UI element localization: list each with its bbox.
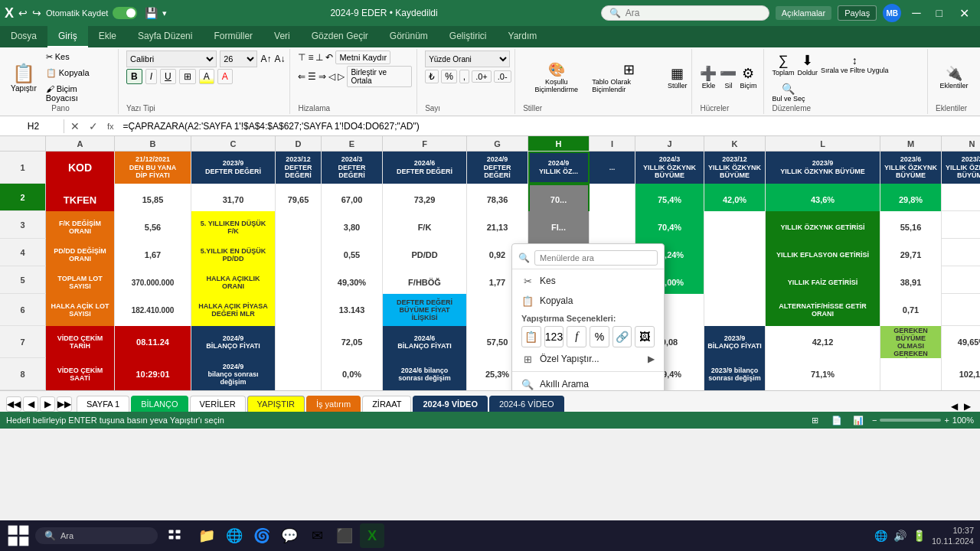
cell-k6[interactable] xyxy=(704,294,766,326)
user-avatar[interactable]: MB xyxy=(883,4,901,22)
align-right-btn[interactable]: ⇒ xyxy=(318,71,326,82)
col-header-b[interactable]: B xyxy=(115,136,191,151)
text-wrap-btn[interactable]: Metni Kaydır xyxy=(335,51,390,64)
format-painter-btn[interactable]: 🖌 Biçim Boyacısı xyxy=(43,83,113,104)
maximize-btn[interactable]: □ xyxy=(932,7,947,19)
cell-styles-btn[interactable]: ▦ Stüller xyxy=(668,65,688,90)
context-menu-special-paste[interactable]: ⊞ Özel Yapıştır... ▶ xyxy=(512,349,664,369)
cell-a6[interactable]: HALKA AÇİK LOT SAYISI xyxy=(46,294,115,326)
indent-decrease-btn[interactable]: ◁ xyxy=(328,71,335,82)
cell-m7[interactable]: OLMASI GEREKEN BÜYÜME OLMASI GEREKEN FİY… xyxy=(880,326,942,358)
number-format-select[interactable]: Yüzde Orani xyxy=(425,51,510,67)
tab-giris[interactable]: Giriş xyxy=(47,26,88,47)
tab-gorunum[interactable]: Görünüm xyxy=(379,26,439,47)
cell-d8[interactable] xyxy=(276,358,322,390)
cell-d6[interactable] xyxy=(276,294,322,326)
cell-g1[interactable]: 2024/9DEFTER DEĞERİ xyxy=(467,152,528,184)
cell-i1[interactable]: ... xyxy=(590,152,635,184)
paste-button[interactable]: 📋 Yapıştır xyxy=(8,60,40,96)
chrome-icon[interactable]: 🌐 xyxy=(222,523,247,548)
delete-btn[interactable]: ➖ Sil xyxy=(720,65,737,90)
cell-k1[interactable]: 2023/12YILLIK ÖZKYNK BÜYÜME xyxy=(704,152,766,184)
layout-view-btn[interactable]: 📄 xyxy=(829,412,844,428)
tab-gozden-gecir[interactable]: Gözden Geçir xyxy=(301,26,379,47)
cell-m8[interactable] xyxy=(880,358,942,390)
explorer-icon[interactable]: 📁 xyxy=(194,523,219,548)
cell-n8[interactable]: 102,15 xyxy=(942,358,980,390)
cell-d7[interactable] xyxy=(276,326,322,358)
comma-btn[interactable]: , xyxy=(459,70,469,83)
search-input[interactable] xyxy=(626,8,733,18)
format-btn[interactable]: ⚙ Biçim xyxy=(740,65,756,90)
sheet-nav-prev[interactable]: ◀ xyxy=(23,396,38,412)
col-header-e[interactable]: E xyxy=(322,136,383,151)
formula-insert-btn[interactable]: fx xyxy=(104,122,117,131)
cell-c7[interactable]: 2024/9BİLANÇO FİYATI xyxy=(191,326,276,358)
autosum-btn[interactable]: ∑ Toplam xyxy=(772,53,794,77)
formula-accept-btn[interactable]: ✓ xyxy=(86,120,101,132)
sheet-tab-ziraat[interactable]: ZİRAAT xyxy=(362,396,411,412)
border-btn[interactable]: ⊞ xyxy=(179,69,196,84)
currency-btn[interactable]: ₺ xyxy=(425,70,439,83)
cell-m1[interactable]: 2023/6YILLIK ÖZKYNK BÜYÜME xyxy=(880,152,942,184)
col-header-i[interactable]: I xyxy=(590,136,635,151)
cell-c8[interactable]: 2024/9bilanço sonrası değişim xyxy=(191,358,276,390)
row-num-8[interactable]: 8 xyxy=(0,358,46,390)
tab-gelistirici[interactable]: Geliştirici xyxy=(439,26,498,47)
title-search-box[interactable]: 🔍 xyxy=(601,5,769,21)
sheet-tab-yapistir[interactable]: YAPIŞTIR xyxy=(247,396,305,412)
cell-a8[interactable]: VİDEO ÇEKİM SAATİ xyxy=(46,358,115,390)
col-header-k[interactable]: K xyxy=(704,136,766,151)
pagebreak-view-btn[interactable]: 📊 xyxy=(851,412,866,428)
row-num-4[interactable]: 4 xyxy=(0,239,46,266)
addins-btn[interactable]: 🔌 Eklentiler xyxy=(936,51,972,104)
col-header-m[interactable]: M xyxy=(880,136,942,151)
cell-d1[interactable]: 2023/12DEFTER DEĞERİ xyxy=(276,152,322,184)
cell-e1[interactable]: 2024/3DEFTER DEĞERİ xyxy=(322,152,383,184)
close-btn[interactable]: ✕ xyxy=(953,6,975,21)
col-header-f[interactable]: F xyxy=(383,136,467,151)
tab-dosya[interactable]: Dosya xyxy=(0,26,47,47)
formula-input[interactable] xyxy=(120,119,977,133)
text-direction-btn[interactable]: ↶ xyxy=(325,52,333,63)
align-center-btn[interactable]: ☰ xyxy=(308,71,316,82)
decrease-decimal-btn[interactable]: .0- xyxy=(494,70,511,83)
cell-b7[interactable]: 08.11.24 xyxy=(115,326,191,358)
customize-btn[interactable]: ▾ xyxy=(162,8,167,18)
cell-b8[interactable]: 10:29:01 xyxy=(115,358,191,390)
conditional-format-btn[interactable]: 🎨 Koşullu Biçimlendirme xyxy=(523,61,590,93)
sheet-tab-veriler[interactable]: VERİLER xyxy=(190,396,246,412)
taskbar-time[interactable]: 10:37 10.11.2024 xyxy=(932,525,974,547)
sheet-tab-is-yatirim[interactable]: İş yatırım xyxy=(306,396,361,412)
autosave-toggle[interactable] xyxy=(113,7,137,19)
align-middle-btn[interactable]: ≡ xyxy=(308,52,313,63)
cell-l8[interactable]: 71,1% xyxy=(766,358,880,390)
cell-b6[interactable]: 182.410.000 xyxy=(115,294,191,326)
align-left-btn[interactable]: ⇐ xyxy=(298,71,305,82)
zoom-level[interactable]: 100% xyxy=(952,416,974,425)
sheet-tab-2024-6-video[interactable]: 2024-6 VİDEO xyxy=(489,396,564,412)
underline-btn[interactable]: U xyxy=(160,69,176,84)
cell-c6[interactable]: HALKA AÇIK PİYASA DEĞERİ MLR xyxy=(191,294,276,326)
paste-icon-5[interactable]: 🔗 xyxy=(612,326,632,347)
align-bottom-btn[interactable]: ⊥ xyxy=(315,52,323,63)
row-num-7[interactable]: 7 xyxy=(0,326,46,357)
start-btn[interactable] xyxy=(6,523,31,548)
tab-sayfa-duzeni[interactable]: Sayfa Düzeni xyxy=(127,26,203,47)
zoom-out-btn[interactable]: − xyxy=(872,416,877,425)
bold-btn[interactable]: B xyxy=(126,69,142,84)
cell-e8[interactable]: 0,0% xyxy=(322,358,383,390)
cell-e7[interactable]: 72,05 xyxy=(322,326,383,358)
scroll-left-btn[interactable]: ◀ xyxy=(948,401,961,412)
font-color-btn[interactable]: A xyxy=(217,69,233,84)
cell-e6[interactable]: 13.143 xyxy=(322,294,383,326)
cell-h1[interactable]: 2024/9YILLIK ÖZ... xyxy=(528,152,590,184)
row-num-1[interactable]: 1 xyxy=(0,152,46,183)
normal-view-btn[interactable]: ⊞ xyxy=(808,412,823,428)
italic-btn[interactable]: I xyxy=(145,69,157,84)
taskview-btn[interactable] xyxy=(162,523,187,548)
tab-yardim[interactable]: Yardım xyxy=(498,26,548,47)
minimize-btn[interactable]: ─ xyxy=(907,6,925,20)
share-btn[interactable]: Paylaş xyxy=(838,5,877,21)
cell-f8[interactable]: 2024/6 bilançosonrası değişim xyxy=(383,358,467,390)
